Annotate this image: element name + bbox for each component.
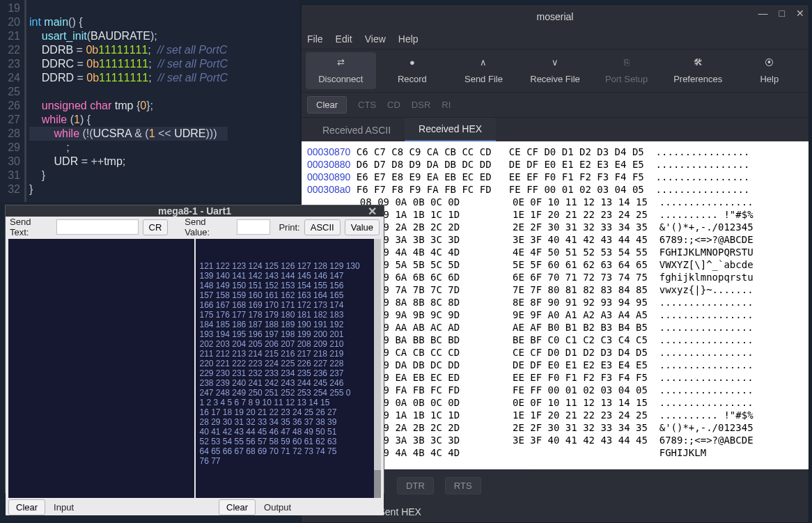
upload-icon: ∧ [476,57,490,71]
window-title: moserial [537,11,574,22]
signal-cts: CTS [358,100,376,110]
line-gutter: 1920212223242526272829303132 [0,0,26,202]
clear-output-button[interactable]: Clear [219,499,256,515]
print-label: Print: [279,222,299,233]
record-button[interactable]: ● Record [377,52,448,89]
menu-edit[interactable]: Edit [336,33,352,45]
send-text-input[interactable] [56,219,139,235]
toolbar: ⇄ Disconnect ● Record ∧ Send File ∨ Rece… [302,49,809,93]
help-button[interactable]: ⦿ Help [734,52,804,89]
uart-title: mega8-1 - Uart1 [158,205,231,217]
uart-titlebar[interactable]: mega8-1 - Uart1 ✕ [6,205,384,217]
scrollbar-thumb[interactable] [374,470,381,498]
dtr-button[interactable]: DTR [397,477,434,494]
uart-window: mega8-1 - Uart1 ✕ Send Text: CR Send Val… [5,205,384,493]
port-icon: ⎘ [620,57,634,71]
print-mode-button[interactable]: ASCII [304,219,341,235]
send-value-input[interactable] [237,219,270,235]
window-titlebar[interactable]: moserial — □ ✕ [302,5,809,29]
tab-received-hex[interactable]: Received HEX [405,118,496,141]
download-icon: ∨ [548,57,562,71]
preferences-button[interactable]: 🛠 Preferences [663,52,733,89]
output-text: 121 122 123 124 125 126 127 128 129 130 … [200,261,377,466]
tab-sent-hex[interactable]: Sent HEX [378,506,421,517]
output-pane[interactable]: 121 122 123 124 125 126 127 128 129 130 … [196,239,382,498]
send-file-button[interactable]: ∧ Send File [448,52,519,89]
uart-bottom: Clear Input Clear Output [6,499,384,515]
send-text-label: Send Text: [10,217,52,237]
uart-panes: 121 122 123 124 125 126 127 128 129 130 … [6,237,384,499]
disconnect-button[interactable]: ⇄ Disconnect [306,52,376,89]
minimize-button[interactable]: — [758,8,768,19]
help-icon: ⦿ [763,57,776,71]
output-label: Output [260,502,295,513]
receive-tabs: Received ASCII Received HEX [302,118,809,141]
disconnect-icon: ⇄ [334,57,348,71]
rts-button[interactable]: RTS [445,477,481,494]
signal-dsr: DSR [412,100,430,110]
clear-button[interactable]: Clear [307,96,347,114]
maximize-button[interactable]: □ [779,8,785,19]
cr-button[interactable]: CR [143,219,169,235]
signal-ri: RI [442,100,451,110]
code-editor: 1920212223242526272829303132 int main() … [0,0,299,202]
close-button[interactable]: ✕ [796,8,804,19]
scrollbar[interactable] [374,239,381,498]
menubar: File Edit View Help [302,29,809,49]
port-setup-button[interactable]: ⎘ Port Setup [591,52,662,89]
receive-file-button[interactable]: ∨ Receive File [520,52,591,89]
close-icon[interactable]: ✕ [368,205,377,218]
signal-bar: Clear CTS CD DSR RI [302,93,809,118]
code-area[interactable]: int main() { usart_init(BAUDRATE); DDRB … [29,1,228,210]
input-pane[interactable] [8,239,194,498]
value-button[interactable]: Value [345,219,380,235]
menu-help[interactable]: Help [398,33,419,45]
send-value-label: Send Value: [185,217,233,237]
menu-view[interactable]: View [365,33,386,45]
signal-cd: CD [387,100,400,110]
input-label: Input [49,502,78,513]
tools-icon: 🛠 [691,57,705,71]
uart-toolbar: Send Text: CR Send Value: Print: ASCII V… [6,217,384,237]
menu-file[interactable]: File [307,33,323,45]
tab-received-ascii[interactable]: Received ASCII [309,119,405,141]
clear-input-button[interactable]: Clear [8,499,45,515]
record-icon: ● [405,57,419,71]
